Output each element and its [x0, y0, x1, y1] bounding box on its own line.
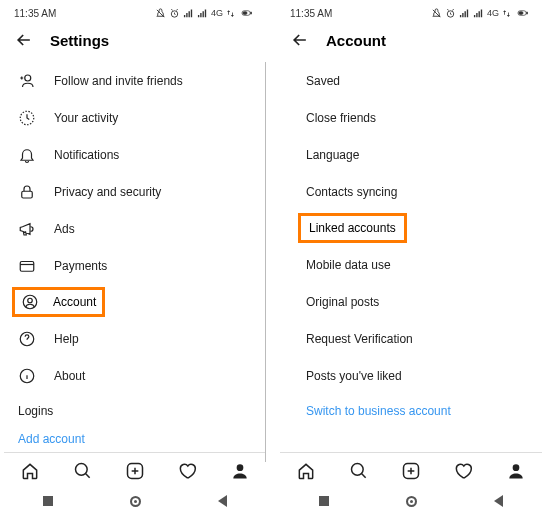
close-friends-row[interactable]: Close friends	[280, 99, 542, 136]
row-label: Help	[54, 332, 79, 346]
row-label: Mobile data use	[306, 258, 391, 272]
svg-point-21	[512, 464, 519, 471]
lock-icon	[18, 183, 36, 201]
svg-rect-18	[527, 12, 528, 14]
home-button[interactable]	[406, 496, 417, 507]
back-button[interactable]	[494, 495, 503, 507]
search-icon[interactable]	[73, 461, 93, 481]
saved-row[interactable]: Saved	[280, 62, 542, 99]
back-arrow-icon[interactable]	[14, 30, 34, 50]
megaphone-icon	[18, 220, 36, 238]
system-nav	[4, 488, 266, 514]
row-label: Request Verification	[306, 332, 413, 346]
switch-business-link[interactable]: Switch to business account	[280, 394, 542, 428]
add-account-link[interactable]: Add account	[4, 422, 266, 452]
status-bar: 11:35 AM 4G	[280, 4, 542, 22]
add-person-icon	[18, 72, 36, 90]
row-label: About	[54, 369, 85, 383]
scroll-indicator	[265, 62, 266, 462]
svg-point-4	[25, 75, 31, 81]
svg-point-14	[236, 464, 243, 471]
privacy-row[interactable]: Privacy and security	[4, 173, 266, 210]
status-icons: 4G	[431, 8, 532, 19]
add-post-icon[interactable]	[125, 461, 145, 481]
search-icon[interactable]	[349, 461, 369, 481]
help-icon	[18, 330, 36, 348]
mobile-data-row[interactable]: Mobile data use	[280, 246, 542, 283]
activity-row[interactable]: Your activity	[4, 99, 266, 136]
header: Account	[280, 22, 542, 58]
info-icon	[18, 367, 36, 385]
card-icon	[18, 257, 36, 275]
row-label: Original posts	[306, 295, 379, 309]
follow-invite-row[interactable]: Follow and invite friends	[4, 62, 266, 99]
language-row[interactable]: Language	[280, 136, 542, 173]
svg-rect-17	[519, 11, 523, 14]
svg-point-19	[351, 463, 363, 475]
signal-icon	[183, 8, 194, 19]
contacts-syncing-row[interactable]: Contacts syncing	[280, 173, 542, 210]
signal-icon	[459, 8, 470, 19]
row-label: Posts you've liked	[306, 369, 402, 383]
profile-icon[interactable]	[506, 461, 526, 481]
page-title: Settings	[50, 32, 109, 49]
logins-header: Logins	[4, 394, 266, 422]
about-row[interactable]: About	[4, 357, 266, 394]
battery-icon	[238, 8, 256, 19]
notifications-row[interactable]: Notifications	[4, 136, 266, 173]
bell-icon	[18, 146, 36, 164]
data-arrows-icon	[502, 9, 511, 18]
recents-button[interactable]	[43, 496, 53, 506]
recents-button[interactable]	[319, 496, 329, 506]
profile-icon[interactable]	[230, 461, 250, 481]
ads-row[interactable]: Ads	[4, 210, 266, 247]
row-label: Payments	[54, 259, 107, 273]
posts-liked-row[interactable]: Posts you've liked	[280, 357, 542, 394]
row-label: Account	[53, 295, 96, 309]
back-arrow-icon[interactable]	[290, 30, 310, 50]
clock-icon	[445, 8, 456, 19]
status-icons: 4G	[155, 8, 256, 19]
system-nav	[280, 488, 542, 514]
row-label: Saved	[306, 74, 340, 88]
status-time: 11:35 AM	[290, 8, 332, 19]
account-list: Saved Close friends Language Contacts sy…	[280, 58, 542, 452]
back-button[interactable]	[218, 495, 227, 507]
original-posts-row[interactable]: Original posts	[280, 283, 542, 320]
settings-list: Follow and invite friends Your activity …	[4, 58, 266, 452]
network-label: 4G	[487, 8, 499, 18]
signal-icon-2	[197, 8, 208, 19]
home-button[interactable]	[130, 496, 141, 507]
heart-icon[interactable]	[177, 461, 197, 481]
heart-icon[interactable]	[453, 461, 473, 481]
svg-point-12	[75, 463, 87, 475]
svg-point-9	[28, 298, 33, 303]
header: Settings	[4, 22, 266, 58]
row-label: Ads	[54, 222, 75, 236]
help-row[interactable]: Help	[4, 320, 266, 357]
status-time: 11:35 AM	[14, 8, 56, 19]
clock-icon	[169, 8, 180, 19]
add-post-icon[interactable]	[401, 461, 421, 481]
status-bar: 11:35 AM 4G	[4, 4, 266, 22]
bottom-nav	[280, 452, 542, 488]
svg-rect-3	[251, 12, 252, 14]
account-row-highlighted[interactable]: Account	[12, 287, 105, 317]
data-arrows-icon	[226, 9, 235, 18]
bottom-nav	[4, 452, 266, 488]
battery-icon	[514, 8, 532, 19]
linked-accounts-row-highlighted[interactable]: Linked accounts	[298, 213, 407, 243]
svg-rect-2	[243, 11, 247, 14]
request-verification-row[interactable]: Request Verification	[280, 320, 542, 357]
row-label: Linked accounts	[309, 221, 396, 235]
account-screen: 11:35 AM 4G Account Saved Close friends …	[280, 4, 542, 514]
svg-rect-6	[22, 191, 33, 198]
home-icon[interactable]	[20, 461, 40, 481]
alarm-icon	[155, 8, 166, 19]
payments-row[interactable]: Payments	[4, 247, 266, 284]
row-label: Follow and invite friends	[54, 74, 183, 88]
home-icon[interactable]	[296, 461, 316, 481]
account-icon	[21, 293, 39, 311]
network-label: 4G	[211, 8, 223, 18]
row-label: Notifications	[54, 148, 119, 162]
